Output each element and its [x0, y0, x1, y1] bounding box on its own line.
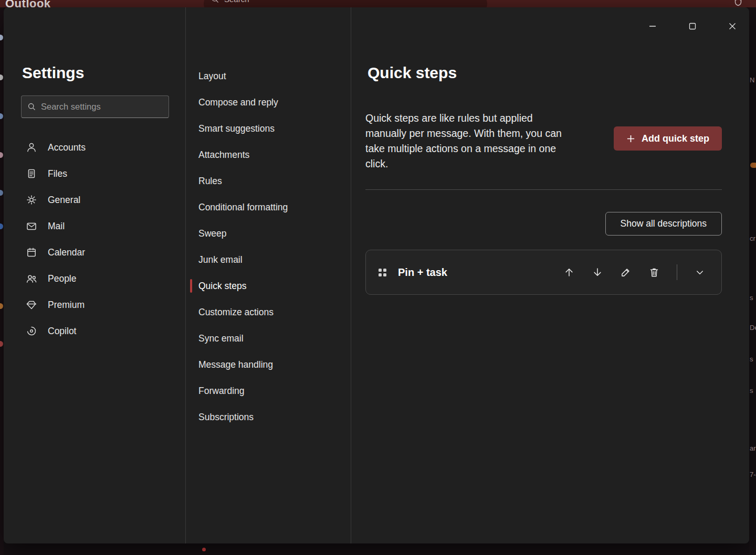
subnav-item-sweep[interactable]: Sweep	[186, 220, 351, 247]
app-search-bar[interactable]: Search	[204, 0, 487, 7]
sidebar-item-label: General	[48, 195, 80, 206]
quick-step-name: Pin + task	[398, 266, 447, 279]
subnav-item-subscriptions[interactable]: Subscriptions	[186, 404, 351, 430]
subnav-list: Layout Compose and reply Smart suggestio…	[186, 63, 351, 430]
maximize-button[interactable]	[684, 18, 701, 35]
subnav-item-quick-steps[interactable]: Quick steps	[186, 273, 351, 299]
sidebar-item-people[interactable]: People	[4, 265, 185, 292]
chevron-down-icon	[694, 266, 706, 278]
quick-step-actions	[560, 263, 709, 281]
bg-badge-fragment	[750, 163, 756, 168]
sidebar-item-label: Accounts	[48, 142, 86, 153]
app-rail-icon	[0, 341, 3, 347]
files-icon	[26, 168, 37, 179]
sidebar-item-label: Calendar	[48, 247, 85, 258]
settings-sidebar: Settings Accounts Files General Mail	[4, 7, 185, 543]
unread-dot	[202, 548, 206, 551]
outlook-titlebar: Outlook Search	[0, 0, 756, 7]
bg-text-fragment: s	[750, 387, 753, 394]
trash-icon	[648, 266, 660, 278]
drag-handle-icon[interactable]	[379, 269, 386, 276]
subnav-item-layout[interactable]: Layout	[186, 63, 351, 89]
subnav-item-compose-and-reply[interactable]: Compose and reply	[186, 89, 351, 115]
app-rail-icon	[0, 223, 3, 229]
add-quick-step-label: Add quick step	[642, 133, 709, 144]
app-bottom-edge	[4, 543, 749, 555]
settings-search-input[interactable]	[41, 102, 163, 112]
delete-button[interactable]	[645, 263, 663, 281]
sidebar-item-general[interactable]: General	[4, 187, 185, 213]
show-all-descriptions-button[interactable]: Show all descriptions	[605, 212, 722, 236]
settings-dialog: Settings Accounts Files General Mail	[4, 7, 749, 543]
bg-text-fragment: De	[750, 324, 756, 332]
quick-step-row: Pin + task	[365, 250, 722, 295]
subnav-item-conditional-formatting[interactable]: Conditional formatting	[186, 194, 351, 220]
sidebar-item-files[interactable]: Files	[4, 161, 185, 187]
sidebar-item-premium[interactable]: Premium	[4, 292, 185, 318]
page-title: Quick steps	[368, 64, 457, 82]
bg-text-fragment: N	[750, 76, 754, 84]
app-rail-icon	[0, 113, 3, 119]
settings-search-box[interactable]	[21, 95, 169, 118]
minimize-button[interactable]	[644, 18, 661, 35]
calendar-icon	[26, 247, 37, 258]
app-rail	[0, 7, 4, 555]
subnav-item-junk-email[interactable]: Junk email	[186, 247, 351, 273]
quick-steps-panel: Quick steps Quick steps are like rules b…	[351, 7, 749, 543]
move-up-button[interactable]	[560, 263, 578, 281]
settings-nav: Accounts Files General Mail Calendar Peo…	[4, 134, 185, 344]
bg-text-fragment: ar	[750, 444, 756, 452]
arrow-down-icon	[592, 266, 603, 278]
subnav-item-message-handling[interactable]: Message handling	[186, 351, 351, 378]
app-rail-icon	[0, 74, 3, 80]
search-icon	[27, 102, 36, 111]
sidebar-item-label: Premium	[48, 300, 85, 311]
edit-button[interactable]	[617, 263, 635, 281]
subnav-item-customize-actions[interactable]: Customize actions	[186, 299, 351, 325]
sidebar-item-label: Copilot	[48, 326, 76, 337]
sidebar-item-label: People	[48, 273, 77, 284]
plus-icon	[626, 134, 635, 143]
minimize-icon	[649, 23, 656, 30]
pencil-icon	[620, 266, 632, 278]
expand-button[interactable]	[691, 263, 709, 281]
arrow-up-icon	[563, 266, 575, 278]
app-rail-icon	[0, 152, 3, 158]
sidebar-item-accounts[interactable]: Accounts	[4, 134, 185, 161]
search-icon	[211, 0, 219, 4]
subnav-item-sync-email[interactable]: Sync email	[186, 325, 351, 351]
quick-steps-description: Quick steps are like rules but applied m…	[365, 111, 573, 172]
subnav-item-rules[interactable]: Rules	[186, 168, 351, 194]
bg-text-fragment: cr	[750, 234, 755, 242]
bg-text-fragment: s	[750, 294, 753, 302]
app-rail-icon	[0, 303, 3, 309]
copilot-icon	[26, 325, 37, 337]
close-button[interactable]	[724, 18, 741, 35]
window-controls	[644, 18, 741, 35]
shield-icon	[734, 0, 742, 7]
add-quick-step-button[interactable]: Add quick step	[614, 126, 722, 151]
sidebar-item-mail[interactable]: Mail	[4, 213, 185, 239]
mail-settings-subnav: Layout Compose and reply Smart suggestio…	[185, 7, 351, 543]
maximize-icon	[689, 23, 696, 30]
subnav-item-forwarding[interactable]: Forwarding	[186, 378, 351, 404]
subnav-item-smart-suggestions[interactable]: Smart suggestions	[186, 115, 351, 142]
app-search-placeholder: Search	[224, 0, 249, 4]
outlook-logo: Outlook	[5, 0, 51, 7]
subnav-item-attachments[interactable]: Attachments	[186, 142, 351, 168]
diamond-icon	[26, 299, 37, 311]
bg-text-fragment: 7-$	[750, 471, 756, 478]
sidebar-item-label: Files	[48, 168, 67, 179]
settings-heading: Settings	[22, 64, 84, 82]
accounts-person-icon	[26, 142, 37, 153]
app-rail-icon	[0, 35, 3, 40]
people-icon	[26, 273, 37, 284]
mail-icon	[26, 220, 37, 232]
move-down-button[interactable]	[589, 263, 606, 281]
divider	[365, 189, 722, 190]
sidebar-item-copilot[interactable]: Copilot	[4, 318, 185, 344]
sidebar-item-label: Mail	[48, 221, 65, 232]
bg-text-fragment: s	[750, 355, 753, 363]
gear-icon	[26, 194, 37, 206]
sidebar-item-calendar[interactable]: Calendar	[4, 239, 185, 265]
